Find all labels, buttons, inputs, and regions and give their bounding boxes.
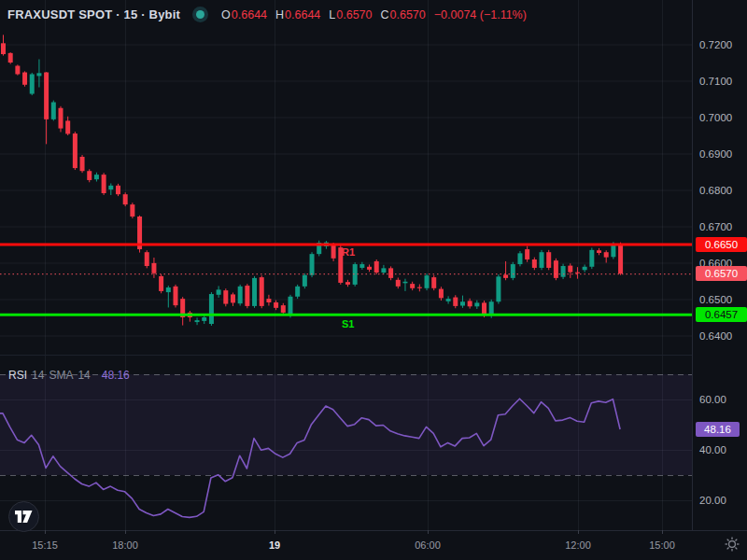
price-tick-label: 0.6700 bbox=[699, 221, 732, 232]
price-tick-label: 0.7000 bbox=[699, 112, 732, 123]
time-label: 19 bbox=[269, 539, 280, 551]
time-label: 06:00 bbox=[415, 539, 441, 551]
price-tick-label: 0.7200 bbox=[699, 39, 732, 50]
price-badge: 0.6650 bbox=[696, 237, 747, 252]
close-value: 0.6570 bbox=[390, 8, 426, 21]
time-label: 15:15 bbox=[32, 539, 58, 551]
rsi-tick-label: 40.00 bbox=[699, 444, 726, 455]
s1-level-label[interactable]: S1 bbox=[342, 318, 354, 329]
high-label: H bbox=[275, 8, 284, 21]
low-label: L bbox=[329, 8, 335, 21]
rsi-tick-label: 60.00 bbox=[699, 394, 726, 405]
price-tick-label: 0.6900 bbox=[699, 148, 732, 160]
open-label: O bbox=[221, 8, 231, 21]
rsi-sma-label: SMA bbox=[49, 369, 73, 382]
tv-mark bbox=[15, 511, 33, 523]
time-label: 15:00 bbox=[649, 539, 675, 551]
tradingview-chart-window: { "header": { "title": "FRAXUSDT SPOT · … bbox=[0, 0, 747, 560]
low-value: 0.6570 bbox=[336, 8, 372, 21]
time-label: 12:00 bbox=[565, 539, 591, 551]
rsi-tick-label: 20.00 bbox=[699, 495, 726, 506]
rsi-length: 14 bbox=[32, 369, 44, 382]
price-tick-label: 0.6500 bbox=[699, 294, 732, 305]
rsi-indicator-header[interactable]: RSI 14 SMA 14 48.16 bbox=[8, 369, 130, 382]
price-tick-label: 0.6800 bbox=[699, 185, 732, 196]
market-status-icon bbox=[192, 7, 208, 22]
candles bbox=[1, 35, 623, 326]
symbol-title[interactable]: FRAXUSDT SPOT · 15 · Bybit bbox=[7, 7, 180, 21]
rsi-title: RSI bbox=[8, 369, 27, 382]
price-badge: 0.6457 bbox=[696, 307, 747, 322]
rsi-value: 48.16 bbox=[102, 369, 130, 382]
r1-level-label[interactable]: R1 bbox=[342, 246, 355, 258]
chart-header: FRAXUSDT SPOT · 15 · Bybit O0.6644 H0.66… bbox=[7, 7, 527, 22]
time-label: 18:00 bbox=[112, 539, 138, 551]
price-tick-label: 0.6400 bbox=[699, 330, 732, 342]
gear-icon[interactable] bbox=[724, 536, 740, 553]
high-value: 0.6644 bbox=[285, 8, 320, 21]
candlestick-chart-canvas[interactable] bbox=[0, 0, 747, 560]
rsi-sma-length: 14 bbox=[78, 369, 90, 382]
tradingview-logo-icon[interactable] bbox=[8, 501, 39, 532]
open-value: 0.6644 bbox=[232, 8, 267, 21]
price-badge: 0.6570 bbox=[696, 266, 747, 281]
close-label: C bbox=[380, 8, 388, 21]
ohlc-readout: O0.6644 H0.6644 L0.6570 C0.6570 −0.0074 … bbox=[221, 8, 527, 21]
rsi-value-badge: 48.16 bbox=[696, 422, 740, 437]
change-value: −0.0074 (−1.11%) bbox=[434, 8, 527, 21]
price-tick-label: 0.7100 bbox=[699, 76, 732, 87]
